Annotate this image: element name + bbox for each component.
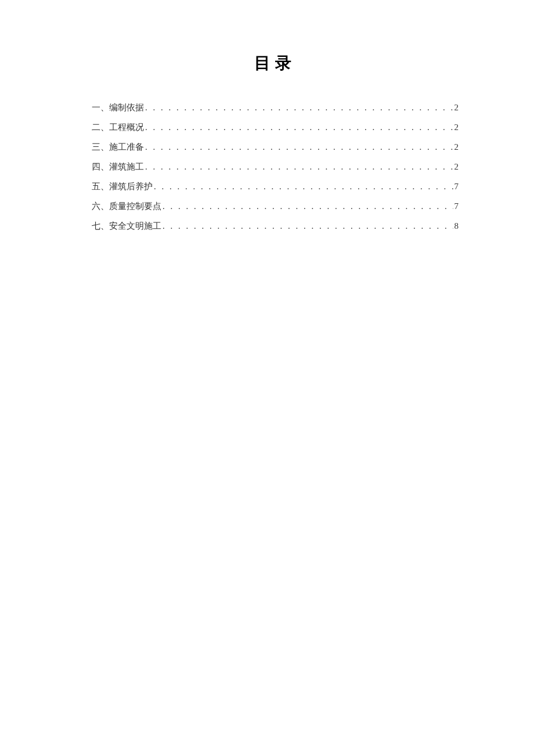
toc-page-number: 2 <box>454 103 459 113</box>
toc-label: 三、施工准备 <box>92 142 144 153</box>
toc-dots <box>163 221 453 231</box>
toc-label: 四、灌筑施工 <box>92 161 144 172</box>
toc-dots <box>145 123 453 132</box>
toc-label: 二、工程概况 <box>92 122 144 133</box>
document-page: 目录 一、编制依据 2 二、工程概况 2 三、施工准备 2 四、灌筑施工 2 五… <box>0 0 534 232</box>
toc-entry: 五、灌筑后养护 7 <box>92 181 459 192</box>
page-title: 目录 <box>92 52 459 74</box>
toc-entry: 三、施工准备 2 <box>92 142 459 153</box>
toc-dots <box>154 182 453 192</box>
toc-label: 六、质量控制要点 <box>92 201 161 212</box>
toc-dots <box>145 162 453 172</box>
toc-label: 一、编制依据 <box>92 102 144 113</box>
toc-page-number: 2 <box>454 162 459 172</box>
toc-entry: 六、质量控制要点 7 <box>92 201 459 212</box>
toc-list: 一、编制依据 2 二、工程概况 2 三、施工准备 2 四、灌筑施工 2 五、灌筑… <box>92 102 459 232</box>
toc-dots <box>145 103 453 113</box>
toc-entry: 四、灌筑施工 2 <box>92 161 459 172</box>
toc-entry: 七、安全文明施工 8 <box>92 221 459 232</box>
toc-page-number: 2 <box>454 142 459 152</box>
toc-entry: 二、工程概况 2 <box>92 122 459 133</box>
toc-page-number: 8 <box>454 221 459 231</box>
toc-page-number: 7 <box>454 201 459 211</box>
toc-page-number: 2 <box>454 123 459 132</box>
toc-page-number: 7 <box>454 182 459 192</box>
toc-label: 五、灌筑后养护 <box>92 181 153 192</box>
toc-entry: 一、编制依据 2 <box>92 102 459 113</box>
toc-dots <box>163 201 453 211</box>
toc-dots <box>145 142 453 152</box>
toc-label: 七、安全文明施工 <box>92 221 161 232</box>
